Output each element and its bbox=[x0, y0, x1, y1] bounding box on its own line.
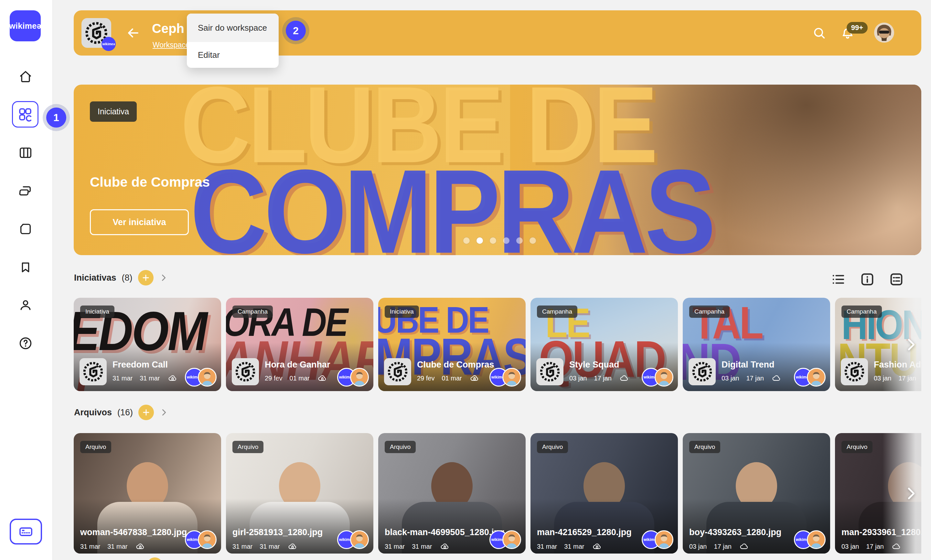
home-icon[interactable] bbox=[18, 69, 33, 84]
initiative-card[interactable]: ORA DE ANHAR Campanha Hora de Ganhar 29 … bbox=[226, 298, 374, 391]
cloud-status-icon bbox=[619, 373, 630, 383]
list-view-icon[interactable] bbox=[831, 272, 846, 287]
card-date-start: 31 mar bbox=[385, 543, 405, 550]
wikimee-logo-text: wikimeə bbox=[9, 21, 41, 31]
card-date-end: 17 jan bbox=[899, 375, 916, 382]
file-card[interactable]: Arquivo boy-4393263_1280.jpg 03 jan 17 j… bbox=[683, 433, 830, 554]
card-avatars: wikimeə bbox=[185, 530, 216, 549]
carousel-dot[interactable] bbox=[516, 237, 523, 244]
card-meta: 31 mar 31 mar bbox=[80, 542, 146, 551]
initiative-card[interactable]: LE QUAD Campanha Style Squad 03 jan 17 j… bbox=[531, 298, 678, 391]
card-meta: 31 mar 31 mar bbox=[113, 373, 178, 383]
carousel-dot[interactable] bbox=[463, 237, 470, 244]
card-type-badge: Arquivo bbox=[80, 441, 111, 453]
help-icon[interactable] bbox=[18, 336, 33, 351]
carousel-dot[interactable] bbox=[490, 237, 496, 244]
initiative-card[interactable]: UBE DE MPRAS Iniciativa Clube de Compras… bbox=[378, 298, 526, 391]
card-type-badge: Arquivo bbox=[232, 441, 264, 453]
cloud-status-icon bbox=[287, 542, 298, 551]
layers-icon[interactable] bbox=[18, 183, 33, 198]
card-date-end: 31 mar bbox=[259, 543, 279, 550]
member-avatar bbox=[198, 368, 216, 386]
card-meta: 31 mar 31 mar bbox=[537, 542, 602, 551]
pages-icon[interactable] bbox=[18, 222, 33, 236]
section-expand-chevron[interactable] bbox=[159, 273, 168, 282]
workspace-logo-thumb bbox=[689, 358, 716, 385]
card-type-badge: Campanha bbox=[232, 306, 273, 318]
hero-poster-art: CLUBE DE COMPRAS bbox=[74, 85, 921, 255]
card-title: Fashion Adve bbox=[874, 360, 921, 370]
card-title: Digital Trend bbox=[721, 360, 775, 370]
workspace-avatar[interactable]: wikimeə bbox=[82, 18, 111, 48]
annotation-badge-1: 1 bbox=[46, 108, 66, 128]
member-avatar bbox=[350, 530, 369, 549]
board-icon[interactable] bbox=[18, 145, 33, 160]
initiative-card[interactable]: EDOM L Iniciativa Freedom Call 31 mar 31… bbox=[74, 298, 221, 391]
sidebar: wikimeə bbox=[0, 0, 53, 560]
search-icon[interactable] bbox=[812, 26, 826, 40]
member-avatar bbox=[655, 368, 673, 386]
section-title: Arquivos bbox=[74, 408, 112, 418]
arquivos-next-button[interactable] bbox=[903, 485, 919, 502]
workspace-link[interactable]: Workspace bbox=[153, 41, 190, 49]
carousel-dot[interactable] bbox=[477, 237, 483, 244]
card-avatars: wikimeə bbox=[642, 530, 673, 549]
menu-item-leave-workspace[interactable]: Sair do workspace bbox=[187, 14, 279, 42]
workspace-wikimee-badge: wikimeə bbox=[102, 37, 116, 51]
section-count: (16) bbox=[117, 408, 133, 418]
card-date-end: 17 jan bbox=[714, 543, 732, 550]
detail-list-view-icon[interactable] bbox=[889, 272, 904, 287]
cloud-status-icon bbox=[891, 542, 902, 551]
carousel-dot[interactable] bbox=[530, 237, 536, 244]
card-date-end: 17 jan bbox=[594, 375, 612, 382]
bookmark-icon[interactable] bbox=[18, 260, 33, 274]
member-avatar bbox=[502, 530, 521, 549]
file-card[interactable]: Arquivo girl-2581913_1280.jpg 31 mar 31 … bbox=[226, 433, 374, 554]
member-avatar bbox=[655, 530, 673, 549]
next-section-add-button[interactable] bbox=[147, 557, 163, 560]
card-date-start: 03 jan bbox=[721, 375, 739, 382]
file-card[interactable]: Arquivo black-man-4699505_1280.jpg 31 ma… bbox=[378, 433, 526, 554]
annotation-badge-2: 2 bbox=[286, 21, 306, 41]
wikimee-logo[interactable]: wikimeə bbox=[10, 10, 41, 42]
info-view-icon[interactable] bbox=[860, 272, 875, 287]
member-avatar bbox=[807, 368, 826, 386]
initiative-card[interactable]: TAL ND Campanha Digital Trend 03 jan 17 … bbox=[683, 298, 830, 391]
file-name: man-2933961_1280.jpg bbox=[841, 528, 921, 537]
view-initiative-button[interactable]: Ver iniciativa bbox=[90, 209, 189, 235]
cloud-status-icon bbox=[771, 373, 782, 383]
people-icon[interactable] bbox=[18, 298, 33, 312]
file-card[interactable]: Arquivo woman-5467838_1280.jpg 31 mar 31… bbox=[74, 433, 221, 554]
apps-grid-icon[interactable] bbox=[18, 107, 32, 122]
arquivos-row: Arquivo woman-5467838_1280.jpg 31 mar 31… bbox=[74, 433, 921, 554]
card-avatars: wikimeə bbox=[489, 530, 521, 549]
add-file-button[interactable] bbox=[138, 405, 154, 420]
card-date-start: 31 mar bbox=[80, 543, 100, 550]
hero-banner[interactable]: CLUBE DE COMPRAS Iniciativa Clube de Com… bbox=[74, 85, 921, 255]
card-title: Style Squad bbox=[569, 360, 619, 370]
section-expand-chevron[interactable] bbox=[159, 408, 168, 417]
card-title: Clube de Compras bbox=[417, 360, 494, 370]
card-avatars: wikimeə bbox=[642, 368, 673, 386]
back-arrow-icon[interactable] bbox=[125, 25, 141, 41]
card-date-start: 03 jan bbox=[874, 375, 892, 382]
member-avatar bbox=[502, 368, 521, 386]
card-date-end: 31 mar bbox=[107, 543, 127, 550]
user-avatar[interactable] bbox=[874, 23, 894, 43]
card-avatars: wikimeə bbox=[337, 368, 369, 386]
menu-item-edit[interactable]: Editar bbox=[187, 42, 279, 68]
card-meta: 03 jan 17 jan bbox=[721, 373, 782, 383]
cloud-status-icon bbox=[739, 542, 750, 551]
card-date-end: 01 mar bbox=[289, 375, 309, 382]
file-name: girl-2581913_1280.jpg bbox=[232, 528, 323, 537]
file-card[interactable]: Arquivo man-4216529_1280.jpg 31 mar 31 m… bbox=[531, 433, 678, 554]
card-panel-icon[interactable] bbox=[10, 518, 42, 545]
card-type-badge: Campanha bbox=[841, 306, 882, 318]
iniciativas-next-button[interactable] bbox=[903, 336, 919, 353]
file-name: woman-5467838_1280.jpg bbox=[80, 528, 187, 537]
add-initiative-button[interactable] bbox=[138, 270, 154, 286]
card-date-start: 03 jan bbox=[569, 375, 587, 382]
card-meta: 03 jan 17 jan bbox=[841, 542, 902, 551]
carousel-dot[interactable] bbox=[503, 237, 510, 244]
cloud-status-icon bbox=[167, 373, 178, 383]
